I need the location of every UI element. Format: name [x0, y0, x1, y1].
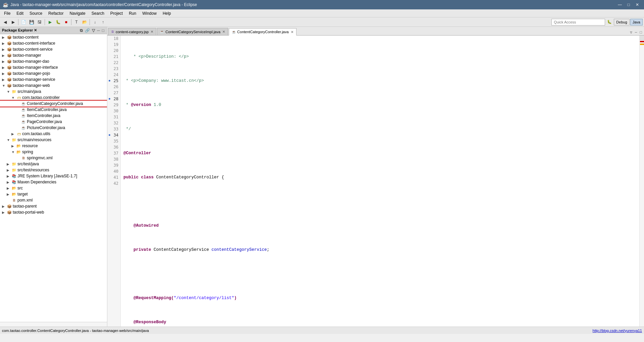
tree-item-pom-xml[interactable]: 🗎 pom.xml — [0, 197, 107, 203]
tree-item-picturecontroller[interactable]: ☕ PictureController.java — [0, 125, 107, 131]
tree-horizontal-scrollbar[interactable] — [0, 322, 107, 327]
prev-annotation-button[interactable]: ↑ — [99, 18, 107, 26]
status-url[interactable]: http://blog.csdn.net/yurenya11 — [593, 329, 642, 333]
tree-item-taotao-manager-web[interactable]: ▼ 📦 taotao-manager-web — [0, 82, 107, 89]
next-annotation-button[interactable]: ↓ — [91, 18, 99, 26]
menu-window[interactable]: Window — [140, 10, 159, 17]
tree-item-resource[interactable]: ▶ 📂 resource — [0, 143, 107, 149]
tree-item-springmvc-xml[interactable]: 🗎 springmvc.xml — [0, 155, 107, 161]
link-with-editor-icon[interactable]: 🔗 — [84, 28, 91, 33]
src-icon: 📁 — [11, 168, 17, 172]
line-num-28: 28 — [109, 96, 118, 102]
menu-search[interactable]: Search — [89, 10, 107, 17]
tab-contentcategoryserviceimpl[interactable]: ☕ ContentCategoryServiceImpl.java ✕ — [157, 28, 228, 35]
tree-item-target[interactable]: ▶ 📂 target — [0, 191, 107, 197]
minimize-editor-button[interactable]: ─ — [634, 30, 639, 35]
close-button[interactable]: ✕ — [633, 1, 641, 8]
tree-item-src-main-java[interactable]: ▼ 📁 src/main/java — [0, 89, 107, 95]
menu-refactor[interactable]: Refactor — [46, 10, 66, 17]
open-resource-button[interactable]: 📂 — [81, 18, 88, 26]
menu-help[interactable]: Help — [160, 10, 174, 17]
package-tree[interactable]: ▶ 📦 taotao-content ▶ 📦 taotao-content-in… — [0, 34, 107, 322]
tree-item-src-folder[interactable]: ▶ 📂 src — [0, 185, 107, 191]
minimize-button[interactable]: — — [616, 1, 624, 8]
tree-item-src-test-resources[interactable]: ▶ 📁 src/test/resources — [0, 167, 107, 173]
back-button[interactable]: ◀ — [1, 18, 9, 26]
tab-list-button[interactable]: ▽ — [629, 30, 634, 35]
debug-run-button[interactable]: 🐛 — [54, 18, 62, 26]
toolbar: ◀ ▶ 📄 💾 🖫 ▶ 🐛 ■ T 📂 ↓ ↑ 🐛 Debug Java — [0, 17, 644, 27]
menu-edit[interactable]: Edit — [14, 10, 26, 17]
menu-source[interactable]: Source — [27, 10, 45, 17]
view-menu-icon[interactable]: ▽ — [91, 28, 96, 33]
tree-label: taotao-content-service — [13, 47, 53, 52]
forward-button[interactable]: ▶ — [9, 18, 17, 26]
tree-item-taotao-manager-pojo[interactable]: ▶ 📦 taotao-manager-pojo — [0, 70, 107, 76]
tree-item-itemcatcontroller[interactable]: ☕ ItemCatController.java — [0, 107, 107, 113]
line-num-26: 26 — [109, 84, 118, 90]
tree-item-src-test-java[interactable]: ▶ 📁 src/test/java — [0, 161, 107, 167]
tree-item-taotao-manager-dao[interactable]: ▶ 📦 taotao-manager-dao — [0, 58, 107, 64]
tab-area-controls: ▽ ─ □ — [629, 30, 643, 35]
tree-label: taotao-manager-pojo — [13, 71, 50, 76]
tree-label: taotao-parent — [13, 204, 37, 209]
tab-close-button[interactable]: ✕ — [151, 30, 153, 34]
tree-item-taotao-content-interface[interactable]: ▶ 📦 taotao-content-interface — [0, 40, 107, 46]
menu-navigate[interactable]: Navigate — [67, 10, 88, 17]
tree-item-taotao-content[interactable]: ▶ 📦 taotao-content — [0, 34, 107, 40]
jar-icon: 📚 — [11, 174, 17, 178]
package-icon: 🗃 — [16, 96, 21, 100]
code-text — [123, 319, 133, 325]
tree-item-pagecontroller[interactable]: ☕ PageController.java — [0, 119, 107, 125]
tab-close-button[interactable]: ✕ — [291, 30, 293, 34]
tree-item-taotao-manager-service[interactable]: ▶ 📦 taotao-manager-service — [0, 76, 107, 82]
tree-item-taotao-manager[interactable]: ▶ 📦 taotao-manager — [0, 52, 107, 58]
tree-item-taotao-content-service[interactable]: ▶ 📦 taotao-content-service — [0, 46, 107, 52]
maximize-view-icon[interactable]: □ — [101, 28, 105, 33]
editor-tabs: 🗎 content-category.jsp ✕ ☕ ContentCatego… — [107, 27, 644, 36]
save-button[interactable]: 💾 — [28, 18, 35, 26]
code-text — [123, 295, 133, 301]
tree-item-maven-dependencies[interactable]: ▶ 📚 Maven Dependencies — [0, 179, 107, 185]
tree-item-com-taotao-utils[interactable]: ▶ 🗃 com.taotao.utils — [0, 131, 107, 137]
tree-item-taotao-parent[interactable]: ▶ 📦 taotao-parent — [0, 203, 107, 209]
code-text — [123, 247, 133, 253]
collapse-all-icon[interactable]: ⧉ — [79, 28, 84, 33]
package-explorer-header: Package Explorer ✕ ⧉ 🔗 ▽ ─ □ — [0, 27, 107, 34]
minimize-view-icon[interactable]: ─ — [96, 28, 101, 33]
expand-arrow: ▼ — [7, 138, 11, 142]
tab-content-category-jsp[interactable]: 🗎 content-category.jsp ✕ — [108, 28, 156, 35]
save-all-button[interactable]: 🖫 — [36, 18, 43, 26]
class-icon: ☕ — [21, 126, 26, 130]
tab-contentcategorycontroller[interactable]: ☕ ContentCategoryController.java ✕ — [229, 28, 296, 36]
debug-perspective-button[interactable]: Debug — [614, 19, 629, 25]
tree-item-taotao-portal-web[interactable]: ▶ 📦 taotao-portal-web — [0, 209, 107, 215]
title-text: Java - taotao-manager-web/src/main/java/… — [10, 2, 197, 7]
menu-project[interactable]: Project — [108, 10, 125, 17]
tree-item-contentcategorycontroller[interactable]: ☕ ContentCategoryController.java — [0, 101, 107, 107]
line-num-37: 37 — [109, 150, 118, 156]
code-text: 1.0 — [151, 102, 161, 108]
tree-item-taotao-manager-interface[interactable]: ▶ 📦 taotao-manager-interface — [0, 64, 107, 70]
tree-item-src-main-resources[interactable]: ▼ 📁 src/main/resources — [0, 137, 107, 143]
quick-access-input[interactable] — [551, 19, 605, 25]
maximize-button[interactable]: □ — [625, 1, 633, 8]
tree-item-com-taotao-controller[interactable]: ▼ 🗃 com.taotao.controller — [0, 95, 107, 101]
code-text: @Controller — [123, 150, 151, 156]
open-type-button[interactable]: T — [73, 18, 80, 26]
expand-arrow: ▼ — [11, 150, 16, 154]
menu-run[interactable]: Run — [126, 10, 139, 17]
maximize-editor-button[interactable]: □ — [638, 30, 643, 35]
tab-close-button[interactable]: ✕ — [222, 30, 225, 34]
stop-button[interactable]: ■ — [62, 18, 70, 26]
expand-arrow: ▼ — [7, 90, 11, 94]
java-perspective-button[interactable]: Java — [630, 19, 643, 25]
new-button[interactable]: 📄 — [20, 18, 27, 26]
tree-item-jre-library[interactable]: ▶ 📚 JRE System Library [JavaSE-1.7] — [0, 173, 107, 179]
code-editor[interactable]: 18 19 20 21 22 23 24 25 26 27 28 29 30 3… — [107, 36, 644, 327]
run-button[interactable]: ▶ — [46, 18, 54, 26]
menu-file[interactable]: File — [1, 10, 13, 17]
tree-item-spring[interactable]: ▼ 📂 spring — [0, 149, 107, 155]
tree-item-itemcontroller[interactable]: ☕ ItemController.java — [0, 113, 107, 119]
right-gutter — [639, 36, 644, 327]
